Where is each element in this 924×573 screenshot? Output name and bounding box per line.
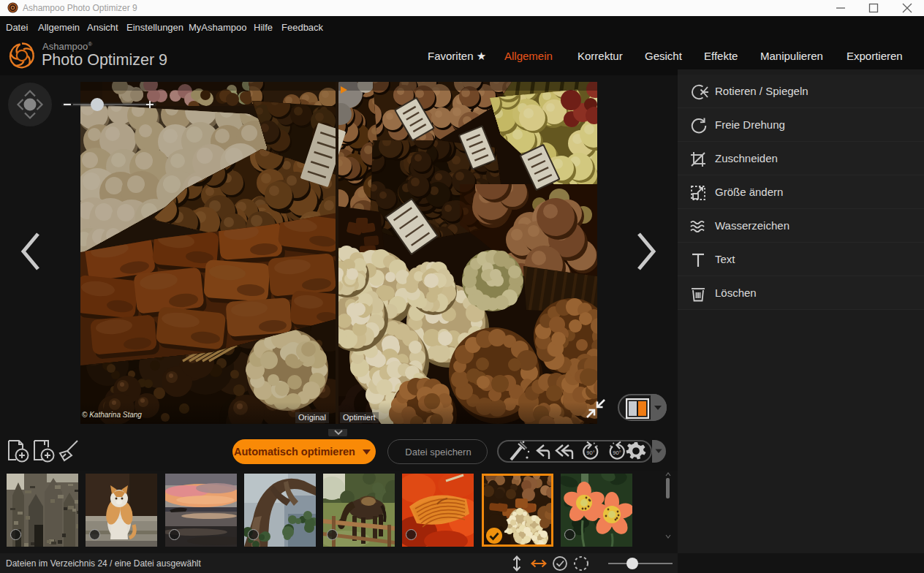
- svg-text:90°: 90°: [586, 449, 594, 456]
- svg-text:90°: 90°: [613, 449, 621, 456]
